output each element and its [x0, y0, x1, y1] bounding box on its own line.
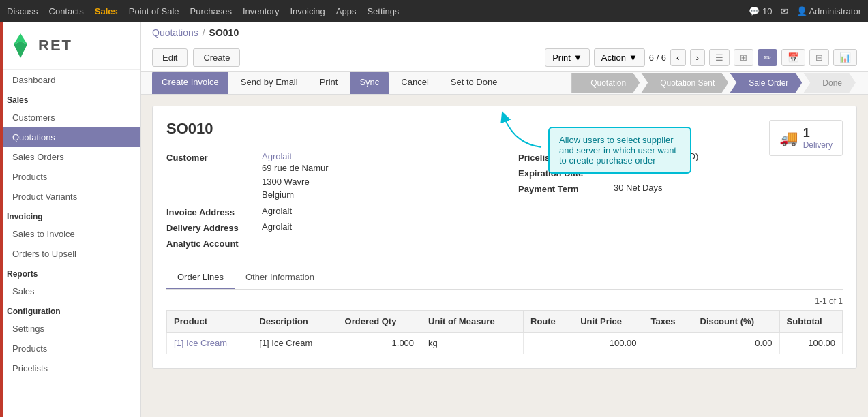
logo-text: RET [38, 37, 72, 55]
action-bar: Edit Create Print ▼ Action ▼ 6 / 6 ‹ › ☰… [141, 44, 868, 72]
nav-point-of-sale[interactable]: Point of Sale [129, 6, 179, 16]
invoice-address-label: Invoice Address [166, 206, 255, 217]
form-card: SO010 🚚 1 Delivery Allow users to select… [152, 106, 857, 369]
edit-button[interactable]: Edit [152, 48, 188, 67]
cell-taxes [644, 332, 693, 354]
content-area: Quotations / SO010 Edit Create Print ▼ A… [141, 22, 868, 417]
sidebar-item-config-products[interactable]: Products [0, 339, 140, 358]
sidebar-item-config-settings[interactable]: Settings [0, 319, 140, 339]
cell-route [524, 332, 573, 354]
nav-sales[interactable]: Sales [95, 6, 118, 16]
create-invoice-button[interactable]: Create Invoice [152, 72, 228, 94]
logo-icon [7, 32, 34, 59]
nav-actions: Print ▼ Action ▼ 6 / 6 ‹ › ☰ ⊞ ✏ 📅 ⊟ 📊 [545, 48, 857, 67]
col-taxes: Taxes [644, 310, 693, 332]
sidebar-item-product-variants[interactable]: Product Variants [0, 187, 140, 206]
sidebar-item-pricelists[interactable]: Pricelists [0, 358, 140, 378]
customer-label: Customer [166, 151, 255, 163]
cell-qty: 1.000 [338, 332, 421, 354]
action-dropdown-button[interactable]: Action ▼ [594, 48, 645, 67]
sidebar-accent-bar [0, 22, 3, 417]
sidebar-item-customers[interactable]: Customers [0, 108, 140, 127]
sidebar-item-sales-orders[interactable]: Sales Orders [0, 147, 140, 167]
col-uom: Unit of Measure [421, 310, 524, 332]
calendar-view-button[interactable]: 📅 [781, 49, 805, 66]
action-label: Action [601, 52, 626, 63]
sidebar-item-reports-sales[interactable]: Sales [0, 281, 140, 301]
customer-name[interactable]: Agrolait [262, 151, 329, 161]
breadcrumb-current: SO010 [209, 27, 239, 38]
prev-record-button[interactable]: ‹ [670, 49, 685, 66]
nav-settings[interactable]: Settings [367, 6, 399, 16]
cell-uom: kg [421, 332, 524, 354]
tab-bar: Order Lines Other Information [166, 266, 843, 290]
nav-inventory[interactable]: Inventory [243, 6, 279, 16]
nav-apps[interactable]: Apps [336, 6, 357, 16]
sidebar: RET Dashboard Sales Customers Quotations… [0, 22, 141, 417]
workflow-step-quotation: Quotation [571, 73, 640, 93]
delivery-info: 1 Delivery [803, 126, 833, 150]
top-navigation: Discuss Contacts Sales Point of Sale Pur… [0, 0, 868, 22]
nav-purchases[interactable]: Purchases [190, 6, 232, 16]
print-button[interactable]: Print [310, 72, 348, 94]
payment-term-value[interactable]: 30 Net Days [614, 183, 663, 193]
sidebar-item-orders-to-upsell[interactable]: Orders to Upsell [0, 244, 140, 264]
pivot-view-button[interactable]: ⊟ [809, 49, 829, 66]
workflow-step-quotation-sent: Quotation Sent [641, 73, 728, 93]
form-left-fields: Customer Agrolait 69 rue de Namur 1300 W… [166, 151, 491, 253]
cancel-button[interactable]: Cancel [391, 72, 438, 94]
payment-term-label: Payment Term [518, 183, 607, 194]
tooltip-text: Allow users to select supplier and serve… [559, 135, 676, 166]
tooltip-arrow-graphic [500, 110, 548, 151]
delivery-badge[interactable]: 🚚 1 Delivery [769, 120, 843, 156]
invoice-address-field-row: Invoice Address Agrolait [166, 206, 491, 217]
delivery-address-value[interactable]: Agrolait [262, 221, 292, 232]
table-header-row: Product Description Ordered Qty Unit of … [167, 310, 843, 332]
col-product: Product [167, 310, 252, 332]
print-dropdown-arrow: ▼ [573, 52, 582, 63]
tab-order-lines[interactable]: Order Lines [166, 266, 235, 289]
notifications-icon[interactable]: 💬 10 [749, 6, 772, 16]
sidebar-item-products[interactable]: Products [0, 167, 140, 187]
cell-discount: 0.00 [693, 332, 779, 354]
nav-discuss[interactable]: Discuss [7, 6, 38, 16]
set-to-done-button[interactable]: Set to Done [441, 72, 507, 94]
action-dropdown-arrow: ▼ [629, 52, 638, 63]
form-view-button[interactable]: ✏ [758, 49, 777, 66]
next-record-button[interactable]: › [690, 49, 705, 66]
sync-button[interactable]: Sync [350, 72, 389, 94]
mail-icon[interactable]: ✉ [781, 6, 788, 16]
print-label: Print [552, 52, 571, 63]
nav-invoicing[interactable]: Invoicing [290, 6, 325, 16]
sidebar-item-dashboard[interactable]: Dashboard [0, 70, 140, 90]
user-avatar[interactable]: 👤 Administrator [796, 6, 861, 16]
print-dropdown-button[interactable]: Print ▼ [545, 48, 590, 67]
graph-view-button[interactable]: 📊 [833, 49, 857, 66]
breadcrumb-parent[interactable]: Quotations [152, 27, 198, 38]
order-lines-table: Product Description Ordered Qty Unit of … [166, 310, 843, 354]
invoice-address-value[interactable]: Agrolait [262, 206, 292, 216]
create-button[interactable]: Create [193, 48, 240, 67]
truck-icon: 🚚 [779, 129, 798, 147]
sidebar-item-sales-to-invoice[interactable]: Sales to Invoice [0, 224, 140, 244]
kanban-view-button[interactable]: ⊞ [734, 49, 753, 66]
tab-other-information[interactable]: Other Information [235, 266, 325, 289]
delivery-address-label: Delivery Address [166, 221, 255, 233]
top-nav-right: 💬 10 ✉ 👤 Administrator [749, 6, 861, 16]
col-subtotal: Subtotal [779, 310, 842, 332]
sidebar-item-quotations[interactable]: Quotations [0, 127, 140, 147]
record-counter: 6 / 6 [649, 52, 666, 63]
delivery-label: Delivery [803, 140, 833, 150]
analytic-account-field-row: Analytic Account [166, 237, 491, 249]
send-by-email-button[interactable]: Send by Email [231, 72, 308, 94]
workflow-step-done: Done [803, 73, 856, 93]
breadcrumb: Quotations / SO010 [141, 22, 868, 44]
workflow-step-sale-order: Sale Order [730, 73, 802, 93]
payment-term-field-row: Payment Term 30 Net Days [518, 183, 843, 194]
cell-product[interactable]: [1] Ice Cream [167, 332, 252, 354]
cell-description: [1] Ice Cream [252, 332, 338, 354]
delivery-address-field-row: Delivery Address Agrolait [166, 221, 491, 233]
sidebar-section-invoicing: Invoicing [0, 206, 140, 224]
nav-contacts[interactable]: Contacts [49, 6, 84, 16]
list-view-button[interactable]: ☰ [709, 49, 730, 66]
